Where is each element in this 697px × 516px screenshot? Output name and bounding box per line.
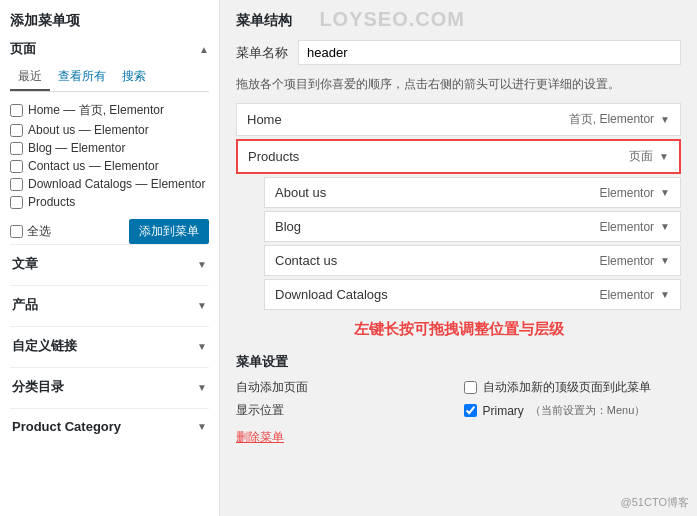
product-category-section-title[interactable]: Product Category ▼ (10, 419, 209, 434)
select-all-row: 全选 添加到菜单 (10, 219, 209, 244)
page-checkbox-1[interactable] (10, 124, 23, 137)
page-checkbox-0[interactable] (10, 104, 23, 117)
menu-name-label: 菜单名称 (236, 44, 288, 62)
product-category-section: Product Category ▼ (10, 408, 209, 446)
category-dir-section-title[interactable]: 分类目录 ▼ (10, 378, 209, 396)
products-section-title[interactable]: 产品 ▼ (10, 296, 209, 314)
pages-section-title[interactable]: 页面 ▲ (10, 40, 209, 58)
page-checkbox-4[interactable] (10, 178, 23, 191)
select-all-checkbox[interactable] (10, 225, 23, 238)
articles-section-title[interactable]: 文章 ▼ (10, 255, 209, 273)
list-item: Download Catalogs — Elementor (10, 175, 209, 193)
right-panel: 菜单结构 菜单名称 拖放各个项目到你喜爱的顺序，点击右侧的箭头可以进行更详细的设… (220, 0, 697, 516)
add-to-menu-button[interactable]: 添加到菜单 (129, 219, 209, 244)
chevron-down-icon[interactable]: ▼ (660, 221, 670, 232)
right-panel-title: 菜单结构 (236, 12, 681, 30)
auto-add-row: 自动添加页面 (236, 379, 454, 396)
display-position-row: 显示位置 (236, 402, 454, 419)
menu-name-input[interactable] (298, 40, 681, 65)
menu-item-contact-us[interactable]: Contact us Elementor ▼ (264, 245, 681, 276)
chevron-down-icon[interactable]: ▼ (660, 255, 670, 266)
auto-add-top-checkbox[interactable] (464, 381, 477, 394)
menu-item-blog[interactable]: Blog Elementor ▼ (264, 211, 681, 242)
chevron-down-icon[interactable]: ▼ (660, 187, 670, 198)
chevron-down-icon[interactable]: ▼ (660, 289, 670, 300)
tab-recent[interactable]: 最近 (10, 64, 50, 91)
menu-item-products[interactable]: Products 页面 ▼ (236, 139, 681, 174)
left-panel-title: 添加菜单项 (10, 12, 209, 30)
menu-name-row: 菜单名称 (236, 40, 681, 65)
products-section: 产品 ▼ (10, 285, 209, 326)
chevron-down-icon[interactable]: ▼ (659, 151, 669, 162)
custom-links-section: 自定义链接 ▼ (10, 326, 209, 367)
product-category-arrow-icon: ▼ (197, 421, 207, 432)
menu-settings: 菜单设置 自动添加页面 自动添加新的顶级页面到此菜单 显示位置 Primary … (236, 353, 681, 419)
articles-section: 文章 ▼ (10, 244, 209, 285)
auto-add-top-row: 自动添加新的顶级页面到此菜单 (464, 379, 682, 396)
category-dir-arrow-icon: ▼ (197, 382, 207, 393)
hint-text: 拖放各个项目到你喜爱的顺序，点击右侧的箭头可以进行更详细的设置。 (236, 75, 681, 93)
products-arrow-icon: ▼ (197, 300, 207, 311)
primary-checkbox[interactable] (464, 404, 477, 417)
pages-list: Home — 首页, Elementor About us — Elemento… (10, 100, 209, 211)
delete-menu-link[interactable]: 删除菜单 (236, 430, 284, 444)
menu-item-home[interactable]: Home 首页, Elementor ▼ (236, 103, 681, 136)
page-tabs: 最近 查看所有 搜索 (10, 64, 209, 92)
menu-item-about-us[interactable]: About us Elementor ▼ (264, 177, 681, 208)
settings-grid: 自动添加页面 自动添加新的顶级页面到此菜单 显示位置 Primary （当前设置… (236, 379, 681, 419)
tab-search[interactable]: 搜索 (114, 64, 154, 91)
menu-items-list: Home 首页, Elementor ▼ Products 页面 ▼ About… (236, 103, 681, 310)
articles-arrow-icon: ▼ (197, 259, 207, 270)
list-item: Home — 首页, Elementor (10, 100, 209, 121)
list-item: About us — Elementor (10, 121, 209, 139)
custom-links-section-title[interactable]: 自定义链接 ▼ (10, 337, 209, 355)
list-item: Contact us — Elementor (10, 157, 209, 175)
tab-all[interactable]: 查看所有 (50, 64, 114, 91)
chevron-down-icon[interactable]: ▼ (660, 114, 670, 125)
menu-item-download-catalogs[interactable]: Download Catalogs Elementor ▼ (264, 279, 681, 310)
page-checkbox-2[interactable] (10, 142, 23, 155)
list-item: Blog — Elementor (10, 139, 209, 157)
primary-row: Primary （当前设置为：Menu） (464, 402, 682, 419)
menu-settings-title: 菜单设置 (236, 353, 681, 371)
left-panel: 添加菜单项 页面 ▲ 最近 查看所有 搜索 Home — 首页, Element… (0, 0, 220, 516)
list-item: Products (10, 193, 209, 211)
page-checkbox-3[interactable] (10, 160, 23, 173)
custom-links-arrow-icon: ▼ (197, 341, 207, 352)
pages-arrow-icon: ▲ (199, 44, 209, 55)
select-all-label[interactable]: 全选 (10, 223, 51, 240)
page-checkbox-5[interactable] (10, 196, 23, 209)
drag-hint: 左键长按可拖拽调整位置与层级 (236, 320, 681, 339)
category-dir-section: 分类目录 ▼ (10, 367, 209, 408)
